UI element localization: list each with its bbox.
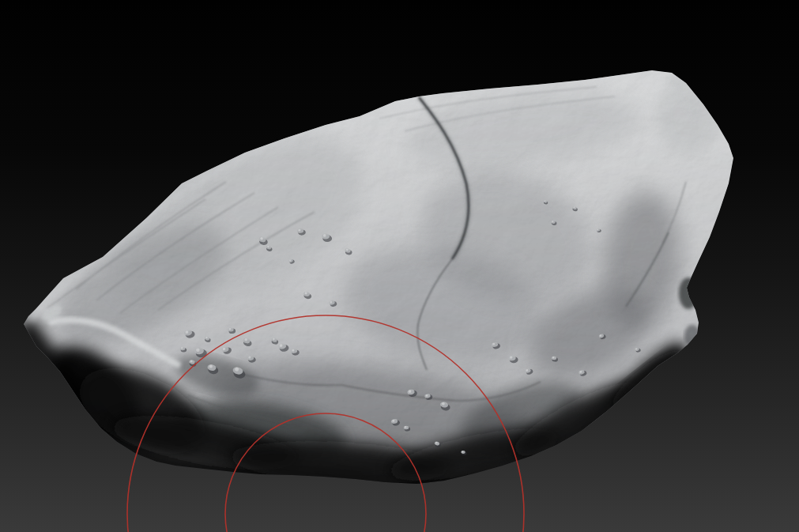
viewport-canvas[interactable] bbox=[0, 0, 799, 532]
rock-shading bbox=[24, 59, 735, 491]
rock-model[interactable] bbox=[24, 59, 735, 491]
sculpt-viewport[interactable] bbox=[0, 0, 799, 532]
rock-texture-overlay bbox=[24, 70, 733, 484]
